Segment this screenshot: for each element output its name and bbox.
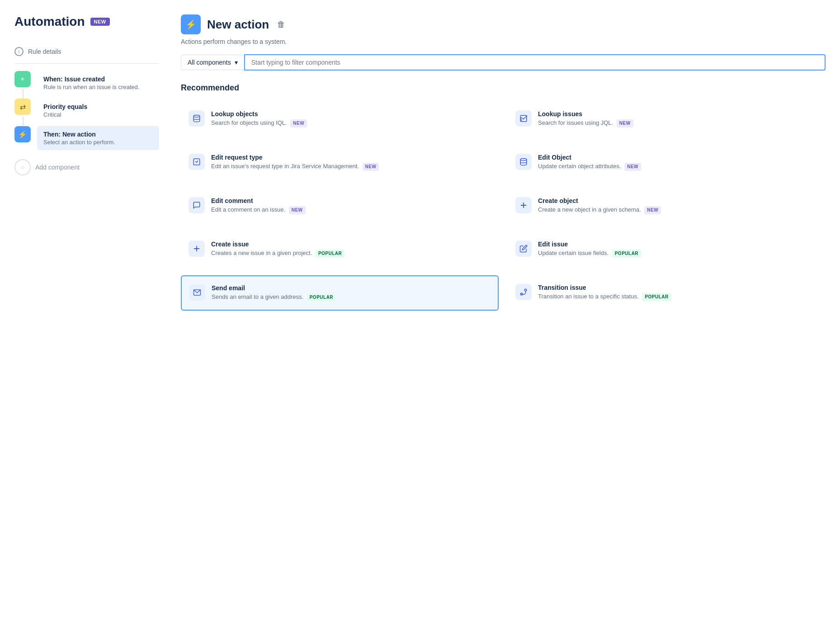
card-edit-comment[interactable]: Edit comment Edit a comment on an issue.… bbox=[181, 189, 499, 223]
chevron-down-icon: ▾ bbox=[235, 59, 238, 66]
send-email-desc: Sends an email to a given address. POPUL… bbox=[212, 293, 491, 302]
condition-content: Priority equals Critical bbox=[37, 99, 159, 123]
timeline-item-action[interactable]: ⚡ Then: New action Select an action to p… bbox=[14, 126, 159, 150]
card-lookup-issues[interactable]: Lookup issues Search for issues using JQ… bbox=[508, 102, 826, 136]
card-lookup-objects[interactable]: Lookup objects Search for objects using … bbox=[181, 102, 499, 136]
create-object-title: Create object bbox=[538, 197, 818, 204]
card-send-email[interactable]: Send email Sends an email to a given add… bbox=[181, 275, 499, 311]
action-title: New action bbox=[207, 18, 269, 32]
edit-comment-title: Edit comment bbox=[211, 197, 491, 204]
lookup-objects-desc: Search for objects using IQL. NEW bbox=[211, 119, 491, 127]
create-object-body: Create object Create a new object in a g… bbox=[538, 197, 818, 214]
card-transition-issue[interactable]: Transition issue Transition an issue to … bbox=[508, 275, 826, 311]
create-issue-desc: Creates a new issue in a given project. … bbox=[211, 249, 491, 258]
edit-comment-icon bbox=[189, 197, 205, 213]
edit-request-type-body: Edit request type Edit an issue's reques… bbox=[211, 154, 491, 171]
card-edit-issue[interactable]: Edit issue Update certain issue fields. … bbox=[508, 232, 826, 266]
create-issue-title: Create issue bbox=[211, 241, 491, 248]
card-edit-request-type[interactable]: Edit request type Edit an issue's reques… bbox=[181, 145, 499, 179]
timeline: + When: Issue created Rule is run when a… bbox=[14, 71, 159, 150]
edit-issue-badge: POPULAR bbox=[612, 250, 641, 258]
edit-issue-icon bbox=[515, 241, 532, 257]
edit-comment-badge: NEW bbox=[289, 206, 306, 214]
recommended-section-title: Recommended bbox=[181, 83, 826, 93]
when-content: When: Issue created Rule is run when an … bbox=[37, 71, 159, 95]
lookup-objects-icon bbox=[189, 110, 205, 127]
create-issue-body: Create issue Creates a new issue in a gi… bbox=[211, 241, 491, 258]
add-component-circle-icon: ○ bbox=[14, 159, 31, 175]
when-sublabel: Rule is run when an issue is created. bbox=[43, 84, 153, 90]
create-object-icon bbox=[515, 197, 532, 213]
card-create-issue[interactable]: Create issue Creates a new issue in a gi… bbox=[181, 232, 499, 266]
component-dropdown[interactable]: All components ▾ bbox=[181, 55, 244, 70]
action-content: Then: New action Select an action to per… bbox=[37, 126, 159, 150]
edit-comment-body: Edit comment Edit a comment on an issue.… bbox=[211, 197, 491, 214]
add-component-label: Add component bbox=[35, 164, 80, 171]
dropdown-label: All components bbox=[188, 59, 231, 66]
lookup-issues-body: Lookup issues Search for issues using JQ… bbox=[538, 110, 818, 127]
edit-object-body: Edit Object Update certain object attrib… bbox=[538, 154, 818, 171]
rule-details-icon: i bbox=[14, 47, 24, 56]
condition-sublabel: Critical bbox=[43, 111, 153, 118]
edit-object-badge: NEW bbox=[624, 163, 641, 171]
send-email-title: Send email bbox=[212, 284, 491, 292]
edit-request-type-title: Edit request type bbox=[211, 154, 491, 161]
header-new-badge: NEW bbox=[90, 18, 110, 26]
right-panel: ⚡ New action 🗑 Actions perform changes t… bbox=[181, 14, 826, 311]
edit-issue-desc: Update certain issue fields. POPULAR bbox=[538, 249, 818, 258]
lookup-issues-desc: Search for issues using JQL. NEW bbox=[538, 119, 818, 127]
lookup-objects-badge: NEW bbox=[290, 119, 307, 127]
lookup-issues-badge: NEW bbox=[617, 119, 633, 127]
lookup-issues-icon bbox=[515, 110, 532, 127]
lookup-objects-title: Lookup objects bbox=[211, 110, 491, 118]
lookup-objects-body: Lookup objects Search for objects using … bbox=[211, 110, 491, 127]
page-header: Automation NEW bbox=[14, 14, 159, 29]
send-email-badge: POPULAR bbox=[307, 293, 336, 302]
create-issue-badge: POPULAR bbox=[316, 250, 344, 258]
condition-icon: ⇄ bbox=[14, 99, 31, 115]
action-label: Then: New action bbox=[43, 131, 153, 138]
svg-rect-5 bbox=[193, 159, 200, 165]
filter-row: All components ▾ bbox=[181, 54, 826, 71]
create-object-desc: Create a new object in a given schema. N… bbox=[538, 206, 818, 214]
edit-request-type-desc: Edit an issue's request type in Jira Ser… bbox=[211, 162, 491, 171]
transition-issue-desc: Transition an issue to a specific status… bbox=[538, 293, 818, 301]
trash-icon[interactable]: 🗑 bbox=[277, 20, 285, 29]
card-create-object[interactable]: Create object Create a new object in a g… bbox=[508, 189, 826, 223]
action-sublabel: Select an action to perform. bbox=[43, 139, 153, 146]
when-icon: + bbox=[14, 71, 31, 87]
edit-comment-desc: Edit a comment on an issue. NEW bbox=[211, 206, 491, 214]
app-container: Automation NEW i Rule details + When: Is… bbox=[0, 0, 840, 325]
lookup-issues-title: Lookup issues bbox=[538, 110, 818, 118]
edit-request-type-icon bbox=[189, 154, 205, 170]
action-description: Actions perform changes to a system. bbox=[181, 38, 826, 45]
transition-issue-icon bbox=[515, 284, 532, 300]
svg-point-6 bbox=[520, 159, 527, 161]
action-icon-box: ⚡ bbox=[181, 14, 201, 34]
edit-object-icon bbox=[515, 154, 532, 170]
send-email-body: Send email Sends an email to a given add… bbox=[212, 284, 491, 302]
card-edit-object[interactable]: Edit Object Update certain object attrib… bbox=[508, 145, 826, 179]
page-title: Automation bbox=[14, 14, 85, 29]
edit-request-type-badge: NEW bbox=[363, 163, 379, 171]
divider bbox=[14, 63, 159, 64]
send-email-icon bbox=[189, 284, 205, 301]
action-icon: ⚡ bbox=[14, 126, 31, 142]
create-object-badge: NEW bbox=[644, 206, 661, 214]
condition-label: Priority equals bbox=[43, 103, 153, 110]
edit-issue-body: Edit issue Update certain issue fields. … bbox=[538, 241, 818, 258]
action-header: ⚡ New action 🗑 bbox=[181, 14, 826, 34]
edit-issue-title: Edit issue bbox=[538, 241, 818, 248]
cards-grid: Lookup objects Search for objects using … bbox=[181, 102, 826, 311]
edit-object-title: Edit Object bbox=[538, 154, 818, 161]
create-issue-icon bbox=[189, 241, 205, 257]
when-label: When: Issue created bbox=[43, 76, 153, 83]
add-component-button[interactable]: ○ Add component bbox=[14, 154, 159, 181]
timeline-item-condition[interactable]: ⇄ Priority equals Critical bbox=[14, 99, 159, 123]
left-panel: Automation NEW i Rule details + When: Is… bbox=[14, 14, 159, 311]
timeline-item-when[interactable]: + When: Issue created Rule is run when a… bbox=[14, 71, 159, 95]
transition-issue-badge: POPULAR bbox=[642, 293, 671, 301]
filter-input[interactable] bbox=[244, 54, 826, 71]
rule-details-row[interactable]: i Rule details bbox=[14, 43, 159, 63]
rule-details-label: Rule details bbox=[28, 48, 61, 55]
